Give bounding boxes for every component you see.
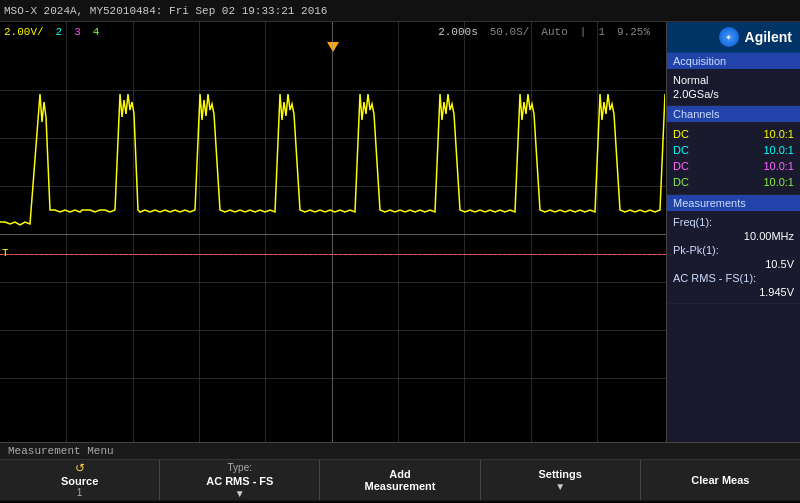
source-icon: ↺ [75,461,85,475]
acquisition-title: Acquisition [667,53,800,69]
settings-label: Settings [539,468,582,480]
divider: | [580,26,587,38]
ch1-value: 10.0:1 [763,128,794,140]
meas-1-value: 10.00MHz [744,230,794,242]
channel-row-2: DC 10.0:1 [673,142,794,158]
clear-meas-label: Clear Meas [691,474,749,486]
timebase: 2.000s [438,26,478,38]
type-label: Type: [228,462,252,473]
acq-mode-row: Normal [673,73,794,87]
settings-button[interactable]: Settings [481,460,641,500]
scope-display: 2.00V/ 2 3 4 2.000s 50.0S/ Auto | 1 9.25… [0,22,667,442]
meas-3-value: 1.945V [759,286,794,298]
meas-2-value: 10.5V [765,258,794,270]
ch4-label: DC [673,176,689,188]
logo-area: ✦ Agilent [667,22,800,53]
main-area: 2.00V/ 2 3 4 2.000s 50.0S/ Auto | 1 9.25… [0,22,800,442]
right-panel: ✦ Agilent Acquisition Normal 2.0GSa/s Ch… [667,22,800,442]
ch3-label: DC [673,160,689,172]
ch1-scale: 2.00V/ [4,26,44,38]
ch1-label: DC [673,128,689,140]
acq-mode: Normal [673,74,708,86]
bottom-buttons: ↺ Source 1 Type: AC RMS - FS Add Measure… [0,460,800,500]
meas-1-name: Freq(1): [673,216,712,228]
ch3-value: 10.0:1 [763,160,794,172]
acquisition-section: Normal 2.0GSa/s [667,69,800,106]
trigger-mode: Auto [541,26,567,38]
waveform-display [0,42,665,442]
channels-title: Channels [667,106,800,122]
acq-rate: 2.0GSa/s [673,88,719,100]
channel-row-3: DC 10.0:1 [673,158,794,174]
ch2-value: 10.0:1 [763,144,794,156]
measurement-menu-label: Measurement Menu [0,443,800,460]
meas-row-3-val: 1.945V [673,285,794,299]
add-measurement-label: Add [389,468,410,480]
device-info: MSO-X 2024A, MY52010484: Fri Sep 02 19:3… [4,5,327,17]
logo-text: Agilent [745,29,792,45]
channels-section: DC 10.0:1 DC 10.0:1 DC 10.0:1 DC 10.0:1 [667,122,800,195]
ch2-label: DC [673,144,689,156]
type-arrow [235,487,245,499]
type-button[interactable]: Type: AC RMS - FS [160,460,320,500]
acq-rate-row: 2.0GSa/s [673,87,794,101]
meas-row-3: AC RMS - FS(1): [673,271,794,285]
source-button[interactable]: ↺ Source 1 [0,460,160,500]
meas-3-name: AC RMS - FS(1): [673,272,756,284]
type-value: AC RMS - FS [206,475,273,487]
ch4-value: 10.0:1 [763,176,794,188]
ch4-marker: 4 [93,26,100,38]
scale-bar: 2.00V/ 2 3 4 2.000s 50.0S/ Auto | 1 9.25… [0,22,666,42]
measurements-title: Measurements [667,195,800,211]
clear-meas-button[interactable]: Clear Meas [641,460,800,500]
meas-row-2: Pk-Pk(1): [673,243,794,257]
bottom-bar: Measurement Menu ↺ Source 1 Type: AC RMS… [0,442,800,502]
add-measurement-label2: Measurement [365,480,436,492]
source-value: 1 [77,487,83,498]
meas-row-1-val: 10.00MHz [673,229,794,243]
sample-rate: 50.0S/ [490,26,530,38]
battery: 9.25% [617,26,650,38]
meas-row-1: Freq(1): [673,215,794,229]
ch3-marker: 3 [74,26,81,38]
ch2-marker: 2 [56,26,63,38]
trigger-pos: 1 [598,26,605,38]
measurements-section: Freq(1): 10.00MHz Pk-Pk(1): 10.5V AC RMS… [667,211,800,304]
logo-icon: ✦ [719,27,739,47]
info-bar: MSO-X 2024A, MY52010484: Fri Sep 02 19:3… [0,0,800,22]
add-measurement-button[interactable]: Add Measurement [320,460,480,500]
channel-row-1: DC 10.0:1 [673,126,794,142]
meas-row-2-val: 10.5V [673,257,794,271]
meas-2-name: Pk-Pk(1): [673,244,719,256]
settings-arrow [555,480,565,492]
channel-row-4: DC 10.0:1 [673,174,794,190]
source-label: Source [61,475,98,487]
